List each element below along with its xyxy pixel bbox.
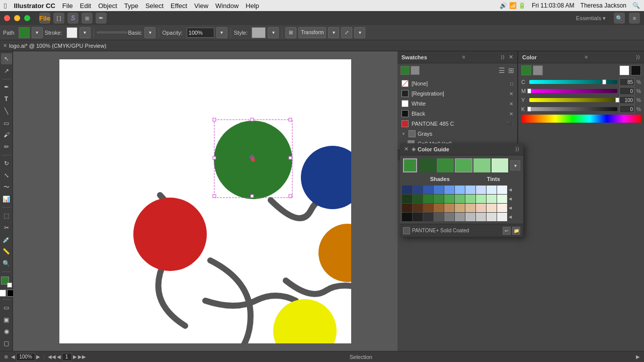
cg-cell[interactable] [487,204,497,212]
orange-circle[interactable] [318,224,351,282]
warp-btn[interactable]: ⤢ [341,27,352,38]
cg-cell[interactable] [444,213,454,221]
cg-cell[interactable] [423,204,433,212]
slider-k-thumb[interactable] [527,107,531,112]
slider-c-thumb[interactable] [602,79,606,84]
swatch-item-black[interactable]: Black ✕ [400,109,514,119]
slider-m-thumb[interactable] [527,88,531,94]
cg-cell[interactable] [465,204,475,212]
menu-view[interactable]: View [194,2,208,10]
cg-cell[interactable] [497,186,507,194]
cg-h-swatch-2[interactable] [437,158,453,172]
page-input[interactable] [62,353,72,361]
measure-tool[interactable]: 📏 [1,246,12,257]
menu-type[interactable]: Type [124,2,138,10]
cg-cell[interactable] [413,213,423,221]
cg-h-swatch-3[interactable] [455,158,472,172]
title-search[interactable]: 🔍 [614,13,625,24]
draw-mode-inside[interactable]: ▣ [1,314,12,325]
draw-mode-normal[interactable]: ▭ [1,302,12,313]
slider-k-track[interactable] [529,107,617,111]
menu-effect[interactable]: Effect [171,2,187,10]
draw-mode-behind[interactable]: ◉ [1,326,12,337]
type-tool[interactable]: T [1,94,12,105]
menu-help[interactable]: Help [246,2,259,10]
slider-m-input[interactable] [619,87,634,95]
cg-h-swatch-1[interactable] [419,158,436,172]
pen-tool[interactable]: ✒ [1,82,12,93]
swatch-grid-btn[interactable]: ⊞ [508,66,514,74]
graph-tool[interactable]: 📊 [1,194,12,205]
menu-select[interactable]: Select [145,2,164,10]
cg-cell[interactable] [455,213,465,221]
cg-cell[interactable] [434,204,444,212]
direct-select-tool[interactable]: ↗ [1,65,12,76]
swatches-expand-icon[interactable]: ⟩⟩ [501,54,505,60]
cg-cell[interactable] [465,195,475,203]
swatch-stroke-box[interactable] [411,66,420,75]
cg-cell[interactable] [476,213,486,221]
swatch-item-none[interactable]: [None] □ [400,78,514,88]
page-next-btn2[interactable]: ▶▶ [78,354,86,359]
tab-close-icon[interactable]: ✕ [3,43,7,48]
yellow-circle[interactable] [273,299,337,343]
s-icon[interactable]: S [67,13,78,24]
style-btn[interactable]: ▾ [268,27,279,38]
color-menu-icon[interactable]: ≡ [585,54,588,60]
apple-logo-icon[interactable]:  [4,2,7,10]
selection-tool[interactable]: ↖ [1,53,12,64]
color-fill-swatch[interactable] [521,65,531,75]
cg-cell[interactable] [423,213,433,221]
fill-swatch[interactable] [19,27,30,38]
cg-cell[interactable] [444,186,454,194]
cg-cell[interactable] [423,195,433,203]
stroke-color-swatch[interactable] [7,283,12,288]
cg-cell[interactable] [455,195,465,203]
line-tool[interactable]: ╲ [1,106,12,117]
slice-tool[interactable]: ✂ [1,222,12,233]
cg-cell[interactable] [444,195,454,203]
cg-cell[interactable] [402,195,412,203]
page-prev-btn2[interactable]: ◀ [57,354,61,359]
rotate-tool[interactable]: ↻ [1,158,12,169]
swatch-item-registration[interactable]: [Registration] ✕ [400,88,514,99]
red-circle[interactable] [133,198,207,271]
slider-y-track[interactable] [529,98,617,102]
cg-cell[interactable] [402,204,412,212]
zoom-input[interactable] [16,353,35,361]
cg-cell[interactable] [413,186,423,194]
menu-file[interactable]: File [62,2,73,10]
swatch-group-grays[interactable]: ▼ Grays [400,129,514,139]
cg-main-swatch[interactable] [403,158,417,172]
zoom-prev-btn[interactable]: ◀ [11,354,15,359]
page-prev-btn[interactable]: ◀◀ [48,354,56,359]
canvas[interactable] [59,59,351,343]
cg-cell[interactable] [444,204,454,212]
cg-cell[interactable] [487,195,497,203]
cg-cell[interactable] [476,195,486,203]
cg-cell[interactable] [465,186,475,194]
zoom-next-btn[interactable]: ▶ [36,354,40,359]
cg-save-btn[interactable]: ↩ [503,227,511,235]
cg-cell[interactable] [423,186,433,194]
screen-mode[interactable]: ▢ [1,338,12,349]
slider-c-input[interactable] [619,78,634,86]
cg-cell[interactable] [434,186,444,194]
cg-cell[interactable] [413,195,423,203]
swatches-menu-icon[interactable]: ≡ [462,54,465,60]
swatches-close-btn[interactable]: ✕ [509,54,513,60]
cg-edit-harmony-btn[interactable]: ▾ [510,160,520,170]
cg-cell[interactable] [402,213,412,221]
zoom-tool[interactable]: 🔍 [1,258,12,269]
align-btn[interactable]: ⊞ [285,27,296,38]
cg-folder-btn[interactable]: 📁 [512,227,520,235]
artboard-tool[interactable]: ⬚ [1,210,12,221]
opacity-btn[interactable]: ▾ [216,27,227,38]
slider-y-input[interactable] [619,96,634,104]
stroke-swatch[interactable] [66,27,77,38]
shape-tool[interactable]: ▭ [1,118,12,129]
cg-cell[interactable] [497,195,507,203]
menu-object[interactable]: Object [98,2,117,10]
blue-circle[interactable] [301,146,351,209]
cg-close-btn[interactable]: ✕ [404,146,409,152]
